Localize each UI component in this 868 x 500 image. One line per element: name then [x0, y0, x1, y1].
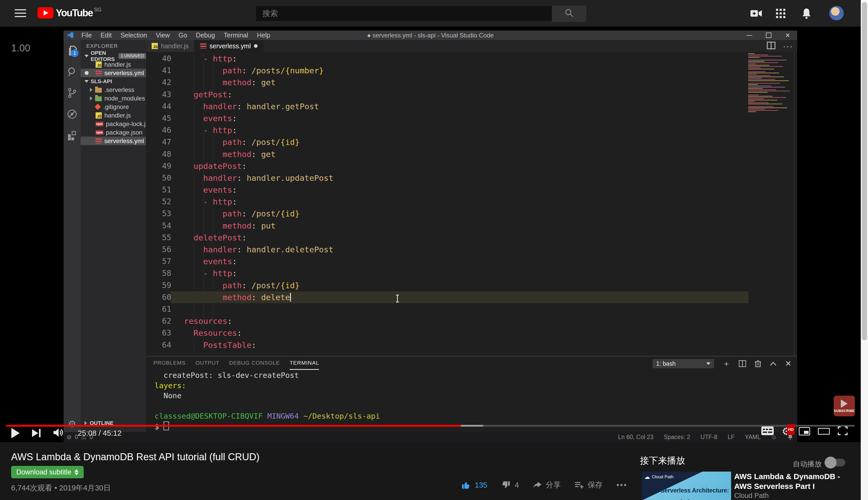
- code-line-64: 64 PostsTable:: [146, 339, 797, 351]
- next-icon[interactable]: [32, 429, 41, 437]
- menu-item-selection[interactable]: Selection: [116, 31, 151, 40]
- file-item-handler.js[interactable]: JShandler.js: [81, 60, 146, 69]
- problems-status[interactable]: ⊘ 0 ⚠ 0: [64, 434, 93, 441]
- avatar[interactable]: [829, 6, 844, 20]
- chevron-down-icon: [706, 362, 710, 365]
- subscribe-watermark[interactable]: SUBSCRIBE: [834, 396, 855, 416]
- extensions-icon[interactable]: [64, 125, 81, 146]
- minimap-line: [748, 75, 770, 76]
- file-tree: .serverlessnode_modules.gitignoreJShandl…: [81, 86, 146, 145]
- panel-tab-output[interactable]: OUTPUT: [195, 356, 219, 370]
- apps-grid-icon[interactable]: [775, 8, 786, 19]
- code-line-62: 62resources:: [146, 315, 797, 327]
- more-actions-button[interactable]: •••: [617, 481, 628, 489]
- maximize-icon[interactable]: [759, 31, 778, 40]
- youtube-play-icon: [37, 7, 54, 19]
- status-lf[interactable]: LF: [728, 434, 735, 441]
- close-icon[interactable]: ✕: [778, 31, 797, 40]
- minimap-line: [748, 91, 790, 91]
- related-video-title[interactable]: AWS Lambda & DynamoDB - AWS Serverless P…: [734, 471, 850, 491]
- file-item-.gitignore[interactable]: .gitignore: [81, 103, 146, 111]
- search-input[interactable]: 搜索: [256, 5, 552, 21]
- autoplay-toggle[interactable]: [826, 459, 845, 466]
- search-sidebar-icon[interactable]: [64, 61, 81, 82]
- file-item-serverless.yml[interactable]: serverless.yml: [81, 137, 146, 145]
- split-terminal-icon[interactable]: [739, 360, 746, 367]
- file-item-serverless.yml[interactable]: serverless.yml: [81, 69, 146, 77]
- menu-item-help[interactable]: Help: [253, 31, 274, 40]
- subtitles-icon[interactable]: [761, 426, 774, 436]
- editor-group: JShandler.jsserverless.yml ··· 40 - http…: [146, 40, 797, 356]
- menu-item-edit[interactable]: Edit: [96, 31, 116, 40]
- fullscreen-icon[interactable]: [837, 426, 848, 436]
- youtube-logo[interactable]: YouTube SG: [37, 7, 102, 19]
- scrollbar-thumb[interactable]: [862, 2, 867, 340]
- notifications-bell-icon[interactable]: [801, 8, 812, 19]
- menu-icon[interactable]: [15, 9, 26, 18]
- code-line-48: 48 method: get: [146, 148, 797, 160]
- minimap-line: [748, 80, 789, 81]
- progress-bar[interactable]: [6, 425, 855, 427]
- menu-item-go[interactable]: Go: [174, 31, 191, 40]
- panel-tab-problems[interactable]: PROBLEMS: [154, 356, 186, 370]
- tab-handler.js[interactable]: JShandler.js: [146, 40, 194, 52]
- minimap[interactable]: [747, 53, 794, 130]
- volume-icon[interactable]: [53, 428, 64, 439]
- more-actions-icon[interactable]: ···: [783, 42, 793, 50]
- file-item-handler.js[interactable]: JShandler.js: [81, 111, 146, 120]
- kill-terminal-icon[interactable]: [755, 360, 761, 367]
- minimize-icon[interactable]: [740, 31, 759, 40]
- tab-serverless.yml[interactable]: serverless.yml: [194, 40, 263, 52]
- line-number: 50: [146, 172, 171, 184]
- status-utf-8[interactable]: UTF-8: [701, 434, 718, 441]
- file-item-node_modules[interactable]: node_modules: [81, 94, 146, 103]
- thumbnail-brand: ☁ Cloud Path: [644, 474, 674, 480]
- code-text: method: put: [184, 220, 275, 232]
- like-button[interactable]: 135: [461, 481, 487, 489]
- workspace-header[interactable]: SLS-API: [81, 77, 146, 86]
- file-item-package-lock.json[interactable]: npmpackage-lock.json: [81, 120, 146, 128]
- explorer-icon[interactable]: 1: [64, 40, 81, 61]
- code-line-44: 44 handler: handler.getPost: [146, 101, 797, 112]
- video-player[interactable]: 1.00 FileEditSelectionViewGoDebugTermina…: [0, 26, 861, 442]
- theater-mode-icon[interactable]: [818, 428, 830, 435]
- source-control-icon[interactable]: [64, 82, 81, 104]
- minimap-line: [748, 55, 768, 55]
- create-video-icon[interactable]: [751, 8, 762, 19]
- terminal-output[interactable]: createPost: sls-dev-createPostlayers: No…: [155, 370, 380, 432]
- minimap-line: [748, 78, 762, 79]
- save-button[interactable]: 保存: [575, 480, 603, 490]
- settings-gear-icon[interactable]: ⚙HD: [782, 426, 791, 436]
- file-item-package.json[interactable]: npmpackage.json: [81, 128, 146, 137]
- download-subtitle-button[interactable]: Download subtitle: [11, 466, 84, 478]
- file-item-.serverless[interactable]: .serverless: [81, 86, 146, 94]
- miniplayer-icon[interactable]: [799, 427, 810, 435]
- code-line-56: 56 handler: handler.deletePost: [146, 243, 797, 255]
- menu-item-view[interactable]: View: [151, 31, 174, 40]
- status-yaml[interactable]: YAML: [745, 434, 761, 441]
- panel-tab-debug-console[interactable]: DEBUG CONSOLE: [229, 356, 280, 370]
- maximize-panel-icon[interactable]: [770, 361, 777, 366]
- menu-item-terminal[interactable]: Terminal: [219, 31, 252, 40]
- progress-played: [6, 425, 461, 427]
- open-editors-header[interactable]: OPEN EDITORS 1 UNSAVED: [81, 52, 146, 60]
- status-ln-60-col-23[interactable]: Ln 60, Col 23: [618, 434, 653, 441]
- debug-icon[interactable]: [64, 104, 81, 125]
- play-icon[interactable]: [11, 428, 20, 438]
- code-text: method: get: [184, 77, 275, 88]
- manage-gear-icon[interactable]: ⚙: [64, 419, 81, 430]
- code-editor[interactable]: 40 - http:41 path: /posts/{number}42 met…: [146, 53, 797, 351]
- share-button[interactable]: 分享: [533, 480, 561, 490]
- split-editor-icon[interactable]: [767, 42, 776, 50]
- shell-selector[interactable]: 1: bash: [653, 359, 714, 368]
- related-video-thumbnail[interactable]: ☁ Cloud Path Serverless Architecture: AW…: [642, 471, 731, 500]
- close-panel-icon[interactable]: ✕: [785, 360, 791, 367]
- panel-tab-terminal[interactable]: TERMINAL: [290, 356, 319, 370]
- menu-item-file[interactable]: File: [77, 31, 96, 40]
- new-terminal-icon[interactable]: ＋: [723, 360, 730, 367]
- dislike-button[interactable]: 4: [501, 481, 519, 489]
- menu-item-debug[interactable]: Debug: [191, 31, 219, 40]
- search-button[interactable]: [552, 5, 586, 22]
- editor-scrollbar[interactable]: [794, 53, 794, 356]
- status-spaces-2[interactable]: Spaces: 2: [664, 434, 690, 441]
